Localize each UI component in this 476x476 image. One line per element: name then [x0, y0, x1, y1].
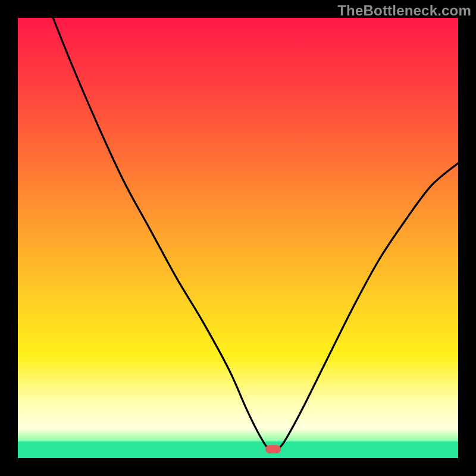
- watermark-text: TheBottleneck.com: [337, 2, 471, 19]
- green-band: [18, 441, 458, 458]
- outer-frame: TheBottleneck.com: [0, 0, 476, 476]
- min-marker-icon: [265, 445, 281, 453]
- pale-green-band: [18, 428, 458, 441]
- gradient-background: [18, 18, 458, 428]
- plot-area: [18, 18, 458, 458]
